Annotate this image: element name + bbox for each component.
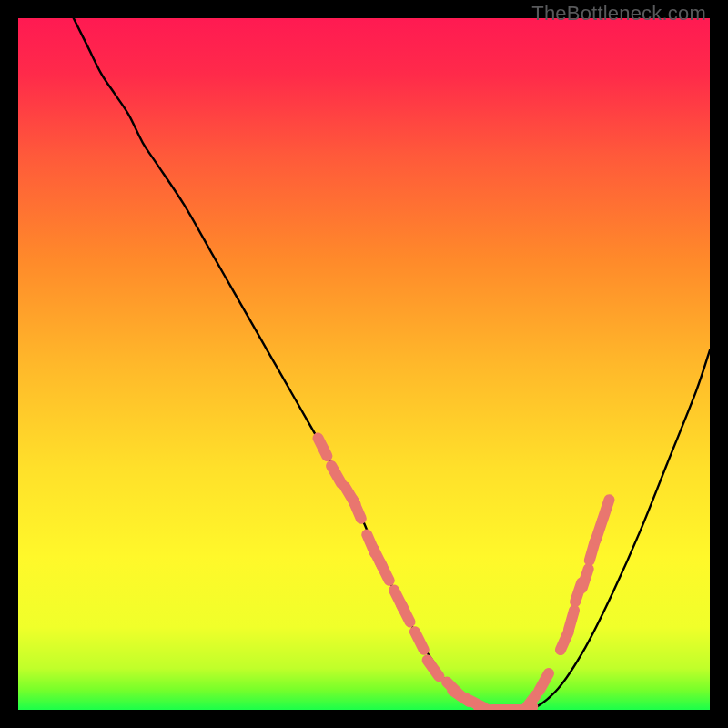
marker-point <box>569 611 574 630</box>
watermark-text: TheBottleneck.com <box>531 2 706 25</box>
marker-point <box>582 569 589 588</box>
chart-frame <box>18 18 710 710</box>
bottleneck-chart <box>18 18 710 710</box>
marker-point <box>353 500 361 518</box>
marker-point <box>603 500 610 519</box>
